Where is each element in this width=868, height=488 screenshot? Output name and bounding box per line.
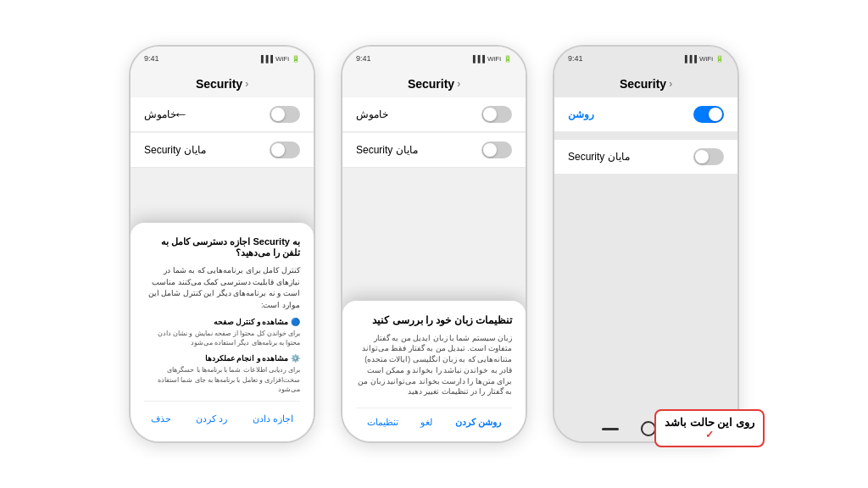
phone1-toggle1[interactable] — [270, 106, 300, 123]
phone2-toggle2[interactable] — [481, 141, 512, 158]
phone1-dialog-title: به Security اجازه دسترسی کامل به تلفن را… — [144, 236, 300, 258]
phone1-content: خاموش ← مایان Security به Security اجازه… — [131, 97, 314, 416]
phone1-dialog-section1: 🔵 مشاهده و کنترل صفحه برای خواندن کل محت… — [144, 318, 300, 347]
phone3-time: 9:41 — [568, 54, 583, 63]
phone1-dialog-actions: اجازه دادن رد کردن حذف — [144, 401, 300, 416]
phone1-toggle-row1[interactable]: خاموش ← — [131, 97, 314, 132]
phone3-label2: مایان Security — [568, 151, 630, 163]
phone1-section2-title: ⚙️ مشاهده و انجام عملکردها — [144, 354, 300, 363]
phone1-wrapper: 9:41 ▐▐▐ WiFi 🔋 Security › خاموش — [129, 45, 315, 443]
phone1-allow-btn[interactable]: اجازه دادن — [246, 410, 300, 416]
phone2-toggle-row2[interactable]: مایان Security — [342, 133, 526, 168]
phone1-title: Security — [196, 77, 242, 91]
phone3-checkmark: ✓ — [665, 429, 754, 441]
phone2-dialog-title: تنظیمات زبان خود را بررسی کنید — [356, 314, 512, 326]
phone1-dialog: به Security اجازه دسترسی کامل به تلفن را… — [131, 223, 314, 416]
phone3-label1: روشن — [568, 108, 594, 120]
phone1-status-icons: ▐▐▐ WiFi 🔋 — [259, 55, 300, 63]
phone1-label1: خاموش — [144, 108, 176, 120]
phone1-screen: Security › خاموش ← مایان Security — [131, 70, 314, 416]
phone2-title: Security — [408, 77, 454, 91]
phone3-screen: Security › روشن مایان Security — [554, 70, 737, 416]
phone1-dialog-body: کنترل کامل برای برنامه‌هایی که به شما در… — [144, 265, 300, 311]
phone2-label2: مایان Security — [356, 144, 418, 156]
phone1-delete-btn[interactable]: حذف — [144, 410, 178, 416]
phone1-toggle2[interactable] — [270, 141, 300, 158]
phone3-wrapper: 9:41 ▐▐▐ WiFi 🔋 Security › روشن — [553, 45, 739, 443]
phone2-wrapper: 9:41 ▐▐▐ WiFi 🔋 Security › خاموش — [341, 45, 527, 443]
phone3-chevron: › — [669, 78, 672, 90]
phone2-status-bar: 9:41 ▐▐▐ WiFi 🔋 — [342, 47, 526, 70]
phone3-instruction-label: روی این حالت باشد ✓ — [654, 409, 765, 447]
phone2: 9:41 ▐▐▐ WiFi 🔋 Security › خاموش — [341, 45, 527, 443]
phone3-toggle2[interactable] — [693, 148, 724, 165]
phones-container: 9:41 ▐▐▐ WiFi 🔋 Security › خاموش — [129, 45, 739, 443]
phone2-header: Security › — [342, 70, 526, 97]
phone1-section2-body: برای ردیابی اطلاعات شما با برنامه‌ها با … — [144, 365, 300, 394]
phone1-status-bar: 9:41 ▐▐▐ WiFi 🔋 — [131, 47, 314, 70]
phone2-chevron: › — [457, 78, 460, 90]
phone1-time: 9:41 — [144, 54, 159, 63]
phone1-toggle-row2[interactable]: مایان Security — [131, 133, 314, 168]
phone2-dialog-actions: تنظیمات لغو روشن کردن — [356, 408, 512, 416]
phone3-toggle-row2[interactable]: مایان Security — [554, 140, 737, 175]
phone3-content: روشن مایان Security — [554, 97, 737, 416]
phone3-status-icons: ▐▐▐ WiFi 🔋 — [682, 55, 724, 63]
left-arrow-icon: ← — [173, 106, 188, 124]
phone2-toggle-row1[interactable]: خاموش — [342, 97, 526, 132]
phone1-label2: مایان Security — [144, 144, 206, 156]
phone1-header: Security › — [131, 70, 314, 97]
phone3-status-bar: 9:41 ▐▐▐ WiFi 🔋 — [554, 47, 737, 70]
phone2-screen: Security › خاموش مایان Security تنظیمات … — [342, 70, 526, 416]
phone3: 9:41 ▐▐▐ WiFi 🔋 Security › روشن — [553, 45, 739, 443]
phone2-dialog: تنظیمات زبان خود را بررسی کنید زبان سیست… — [342, 301, 526, 417]
phone2-content: خاموش مایان Security تنظیمات زبان خود را… — [342, 97, 526, 416]
phone1-reject-btn[interactable]: رد کردن — [189, 410, 234, 416]
phone1: 9:41 ▐▐▐ WiFi 🔋 Security › خاموش — [129, 45, 315, 443]
phone1-dialog-section2: ⚙️ مشاهده و انجام عملکردها برای ردیابی ا… — [144, 354, 300, 394]
phone2-toggle1[interactable] — [481, 106, 512, 123]
phone3-toggle1[interactable] — [693, 106, 724, 123]
phone3-toggle-row1[interactable]: روشن — [554, 97, 737, 132]
phone2-dialog-body: زبان سیستم شما با زبان ایدیل من به گفتار… — [356, 333, 512, 398]
phone2-label1: خاموش — [356, 108, 388, 120]
phone1-section1-body: برای خواندن کل محتوا از صفحه نمایش و نشا… — [144, 329, 300, 347]
phone3-header: Security › — [554, 70, 737, 97]
phone3-title: Security — [620, 77, 666, 91]
phone2-status-icons: ▐▐▐ WiFi 🔋 — [470, 55, 512, 63]
phone3-back-icon — [602, 428, 619, 430]
phone1-chevron: › — [245, 78, 248, 90]
phone2-time: 9:41 — [356, 54, 371, 63]
phone1-section1-title: 🔵 مشاهده و کنترل صفحه — [144, 318, 300, 326]
